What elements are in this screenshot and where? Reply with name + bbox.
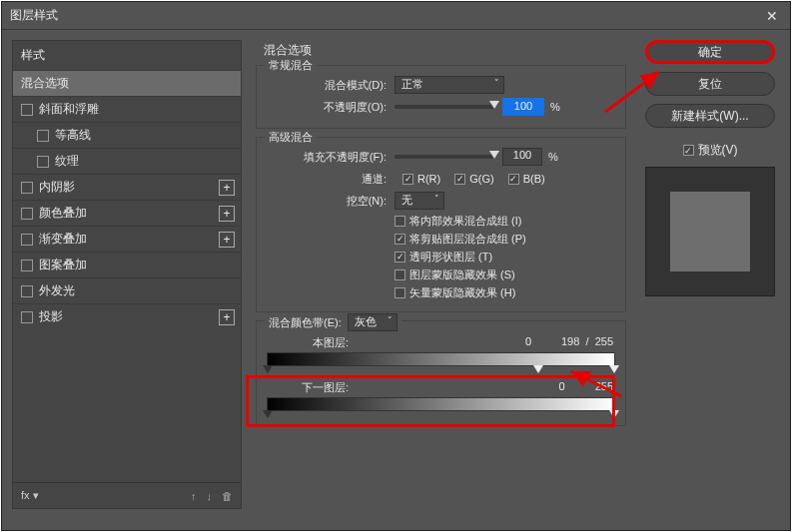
- advanced-blending-group: 高级混合 填充不透明度(F): 100 % 通道: R(R)G(G)B(B) 挖…: [256, 137, 626, 312]
- under-layer-gradient[interactable]: [267, 397, 615, 411]
- blend-if-group: 混合颜色带(E): 灰色 本图层: 0 198 / 255: [256, 320, 626, 426]
- blend-mode-select[interactable]: 正常: [395, 76, 504, 94]
- fill-opacity-label: 填充不透明度(F):: [267, 150, 387, 165]
- knockout-label: 挖空(N):: [267, 194, 387, 209]
- channel-checkbox[interactable]: [454, 174, 465, 185]
- style-checkbox[interactable]: [37, 130, 49, 142]
- add-effect-icon[interactable]: +: [219, 309, 235, 325]
- arrow-up-icon[interactable]: ↑: [191, 490, 197, 502]
- add-effect-icon[interactable]: +: [219, 232, 235, 248]
- add-effect-icon[interactable]: +: [219, 206, 235, 222]
- legend-advanced: 高级混合: [265, 130, 317, 145]
- knockout-select[interactable]: 无: [395, 192, 444, 210]
- preview-checkbox[interactable]: [683, 145, 694, 156]
- option-checkbox[interactable]: [395, 252, 405, 263]
- sidebar-header: 样式: [13, 41, 241, 70]
- option-checkbox[interactable]: [395, 216, 405, 227]
- sidebar-item[interactable]: 投影+: [13, 303, 241, 329]
- sidebar-item[interactable]: 颜色叠加+: [13, 200, 241, 226]
- blend-if-channel-select[interactable]: 灰色: [348, 313, 397, 331]
- fill-opacity-input[interactable]: 100: [502, 148, 542, 166]
- blend-if-label: 混合颜色带(E):: [269, 315, 342, 330]
- ok-button[interactable]: 确定: [645, 40, 775, 64]
- style-checkbox[interactable]: [21, 104, 33, 116]
- sidebar-item[interactable]: 混合选项: [13, 70, 241, 96]
- cancel-button[interactable]: 复位: [645, 72, 775, 96]
- style-checkbox[interactable]: [21, 208, 33, 220]
- styles-sidebar: 样式 混合选项斜面和浮雕等高线纹理内阴影+颜色叠加+渐变叠加+图案叠加外发光投影…: [12, 40, 242, 509]
- channel-checkbox[interactable]: [402, 174, 413, 185]
- right-panel: 确定 复位 新建样式(W)... 预览(V): [640, 40, 780, 509]
- style-checkbox[interactable]: [21, 260, 33, 271]
- sidebar-item[interactable]: 等高线: [13, 122, 241, 148]
- opacity-label: 不透明度(O):: [267, 100, 387, 115]
- sidebar-item[interactable]: 斜面和浮雕: [13, 96, 241, 122]
- fx-menu[interactable]: fx ▾: [21, 489, 39, 502]
- opacity-input[interactable]: 100: [502, 98, 544, 116]
- sidebar-item[interactable]: 纹理: [13, 148, 241, 174]
- sidebar-item[interactable]: 内阴影+: [13, 174, 241, 200]
- trash-icon[interactable]: 🗑: [222, 490, 233, 502]
- style-checkbox[interactable]: [21, 182, 33, 194]
- dialog-title: 图层样式: [10, 7, 762, 24]
- style-checkbox[interactable]: [21, 234, 33, 246]
- style-checkbox[interactable]: [21, 285, 33, 297]
- this-layer-gradient[interactable]: [267, 352, 615, 366]
- this-layer-label: 本图层:: [269, 335, 349, 350]
- add-effect-icon[interactable]: +: [219, 180, 235, 196]
- sidebar-item[interactable]: 外发光: [13, 277, 241, 303]
- new-style-button[interactable]: 新建样式(W)...: [645, 104, 775, 128]
- preview-swatch: [645, 167, 775, 296]
- option-checkbox[interactable]: [395, 269, 405, 280]
- under-layer-label: 下一图层:: [269, 380, 349, 395]
- option-checkbox[interactable]: [395, 234, 405, 245]
- blend-mode-label: 混合模式(D):: [267, 78, 387, 93]
- general-blending-group: 常规混合 混合模式(D): 正常 不透明度(O): 100 %: [256, 65, 626, 129]
- legend-general: 常规混合: [265, 58, 317, 73]
- fill-opacity-slider[interactable]: [395, 155, 494, 159]
- arrow-down-icon[interactable]: ↓: [207, 490, 213, 502]
- style-checkbox[interactable]: [37, 156, 49, 168]
- preview-label: 预览(V): [698, 142, 738, 159]
- sidebar-item[interactable]: 图案叠加: [13, 252, 241, 277]
- channels-label: 通道:: [267, 172, 387, 187]
- channel-checkbox[interactable]: [508, 174, 519, 185]
- center-panel: 混合选项 常规混合 混合模式(D): 正常 不透明度(O): 100 % 高级混…: [252, 40, 630, 509]
- opacity-slider[interactable]: [395, 105, 494, 109]
- sidebar-item[interactable]: 渐变叠加+: [13, 226, 241, 252]
- style-checkbox[interactable]: [21, 311, 33, 323]
- close-icon[interactable]: ✕: [762, 8, 782, 24]
- option-checkbox[interactable]: [395, 287, 405, 298]
